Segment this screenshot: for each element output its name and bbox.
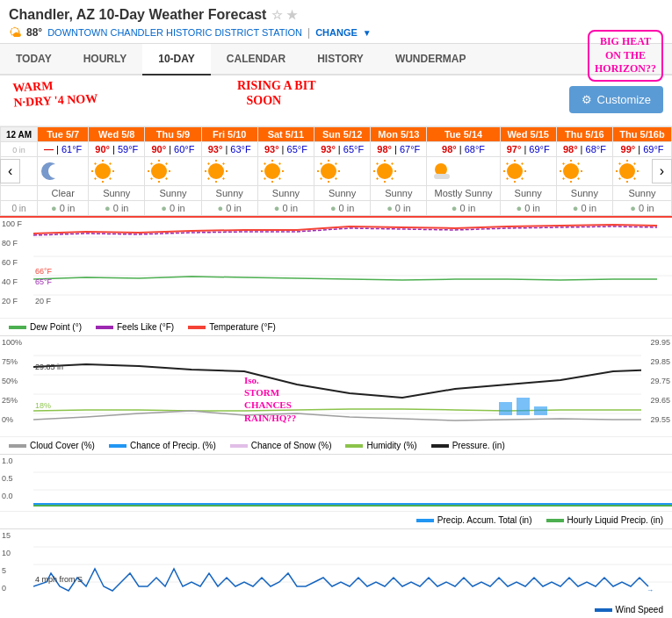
day-precip-0: ● 0 in <box>38 201 89 216</box>
svg-line-38 <box>336 178 336 179</box>
tab-hourly[interactable]: HOURLY <box>68 44 143 75</box>
tab-10day[interactable]: 10-DAY <box>142 44 211 75</box>
day-precip-4: ● 0 in <box>257 201 314 216</box>
day-hilo-8: 97° | 69°F <box>500 142 556 157</box>
page-title: Chandler, AZ 10-Day Weather Forecast ☆ ★ <box>9 7 663 23</box>
svg-line-51 <box>377 163 378 164</box>
day-hilo-6: 98° | 67°F <box>371 142 427 157</box>
day-header-2: Thu 5/9 <box>145 127 201 142</box>
precip-legend-label: Chance of Precip. (%) <box>130 441 216 450</box>
day-icon-3 <box>201 157 257 186</box>
humidity-legend-label: Humidity (%) <box>366 441 416 450</box>
tab-calendar[interactable]: CALENDAR <box>211 44 301 75</box>
svg-text:29.85 in: 29.85 in <box>35 363 63 371</box>
day-precip-7: ● 0 in <box>427 201 500 216</box>
pressure-y-axis: 29.95 29.85 29.75 29.65 29.55 <box>641 336 672 436</box>
svg-text:20 F: 20 F <box>35 297 52 305</box>
wind-speed-legend-label: Wind Speed <box>616 605 663 614</box>
day-hilo-10: 99° | 69°F <box>613 142 672 157</box>
svg-rect-55 <box>434 174 450 179</box>
annotation-heat: BIG HEATON THEHORIZON?? <box>588 30 663 82</box>
svg-point-56 <box>507 163 523 179</box>
star-rating[interactable]: ☆ ★ <box>271 8 298 22</box>
temp-chart-svg: 66°F 65°F 20 F <box>33 218 672 314</box>
svg-line-53 <box>392 163 393 164</box>
svg-line-6 <box>95 163 96 164</box>
day-precip-1: ● 0 in <box>89 201 145 216</box>
svg-point-45 <box>377 163 393 179</box>
day-precip-9: ● 0 in <box>556 201 612 216</box>
svg-line-47 <box>392 178 393 179</box>
svg-line-73 <box>578 163 579 164</box>
svg-point-18 <box>208 163 224 179</box>
svg-line-58 <box>521 178 522 179</box>
dew-point-legend-label: Dew Point (°) <box>30 322 82 332</box>
day-header-4: Sat 5/11 <box>257 127 314 142</box>
tab-history[interactable]: HISTORY <box>301 44 379 75</box>
tab-today[interactable]: TODAY <box>0 44 68 75</box>
tab-wundermap[interactable]: WUNDERMAP <box>379 44 482 75</box>
wind-y-axis: 15 10 5 0 <box>0 529 33 603</box>
accum-total-legend-color <box>416 519 434 522</box>
day-hilo-1: 90° | 59°F <box>89 142 145 157</box>
next-arrow[interactable]: › <box>652 159 672 183</box>
forecast-table-wrapper: ‹ › 12 AMTue 5/7Wed 5/8Thu 5/9Fri 5/10Sa… <box>0 126 672 216</box>
dropdown-arrow-icon[interactable]: ▼ <box>363 28 372 38</box>
day-header-9: Thu 5/16 <box>556 127 612 142</box>
station-name: DOWNTOWN CHANDLER HISTORIC DISTRICT STAT… <box>47 27 302 38</box>
gear-icon: ⚙ <box>582 93 592 106</box>
day-hilo-7: 98° | 68°F <box>427 142 500 157</box>
svg-line-71 <box>563 163 564 164</box>
svg-line-17 <box>166 163 167 164</box>
precip-chart-svg: 29.85 in 18% <box>33 336 641 433</box>
day-header-1: Wed 5/8 <box>89 127 145 142</box>
svg-line-11 <box>166 178 167 179</box>
customize-button[interactable]: ⚙ Customize <box>569 86 663 113</box>
svg-line-76 <box>634 178 635 179</box>
day-icon-8 <box>500 157 556 186</box>
day-hilo-9: 98° | 68°F <box>556 142 612 157</box>
day-icon-5 <box>314 157 371 186</box>
feels-like-legend-label: Feels Like (°F) <box>117 322 174 332</box>
day-hilo-3: 93° | 63°F <box>201 142 257 157</box>
svg-point-9 <box>151 163 167 179</box>
svg-point-36 <box>321 163 336 179</box>
annotation-warm: WARMN·DRY '4 NOW <box>12 77 98 111</box>
svg-text:18%: 18% <box>35 401 51 410</box>
day-condition-10: Sunny <box>613 186 672 201</box>
temperature-legend-color <box>188 326 206 329</box>
svg-line-24 <box>207 163 208 164</box>
day-condition-5: Sunny <box>314 186 371 201</box>
day-precip-3: ● 0 in <box>201 201 257 216</box>
annotation-rising: RISING A BIT SOON <box>237 79 315 109</box>
wind-chart-section: 15 10 5 0 4 mph from S → Wind Speed <box>0 528 672 616</box>
accum-y-axis: 1.0 0.5 0.0 <box>0 455 33 511</box>
wind-chart-svg: → <box>33 529 672 600</box>
day-condition-2: Sunny <box>145 186 201 201</box>
current-temp: 88° <box>26 26 42 39</box>
svg-text:66°F: 66°F <box>35 267 53 276</box>
nav-tabs: TODAY HOURLY 10-DAY CALENDAR HISTORY WUN… <box>0 44 672 75</box>
hourly-liquid-legend-color <box>546 519 564 522</box>
svg-line-69 <box>563 178 564 179</box>
prev-arrow[interactable]: ‹ <box>0 159 20 183</box>
svg-line-62 <box>506 163 507 164</box>
svg-text:→: → <box>647 586 654 594</box>
day-header-3: Fri 5/10 <box>201 127 257 142</box>
annotation-storm: Iso.STORMCHANCESRAIN/HQ?? <box>244 374 296 424</box>
svg-line-64 <box>521 163 522 164</box>
svg-line-82 <box>634 163 635 164</box>
day-header-0: Tue 5/7 <box>38 127 89 142</box>
svg-line-22 <box>207 178 208 179</box>
svg-line-42 <box>321 163 322 164</box>
snow-legend-label: Chance of Snow (%) <box>251 441 332 450</box>
day-condition-7: Mostly Sunny <box>427 186 500 201</box>
temp-chart-section: 100 F 80 F 60 F 40 F 20 F 66°F 65°F <box>0 216 672 335</box>
svg-line-49 <box>377 178 378 179</box>
change-link[interactable]: CHANGE <box>315 27 358 38</box>
day-condition-8: Sunny <box>500 186 556 201</box>
temperature-legend-label: Temperature (°F) <box>209 322 276 332</box>
svg-line-78 <box>619 178 620 179</box>
day-precip-8: ● 0 in <box>500 201 556 216</box>
precip-y-axis: 100% 75% 50% 25% 0% <box>0 336 33 436</box>
